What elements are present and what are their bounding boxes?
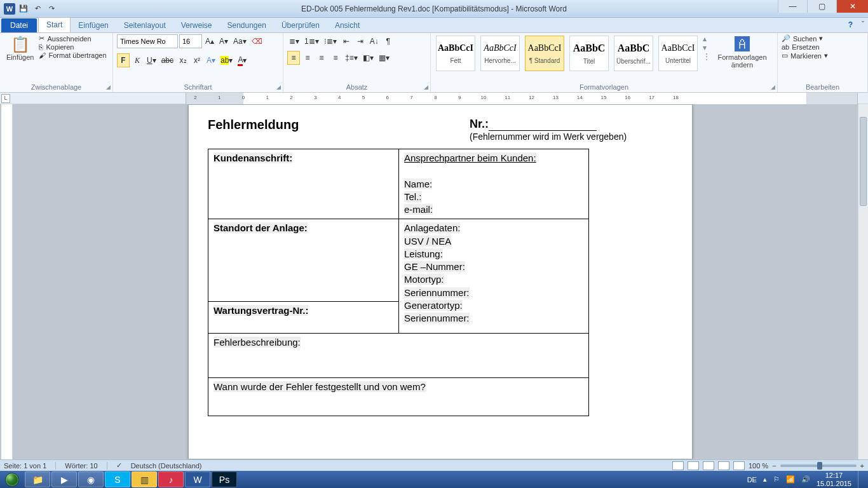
zoom-slider[interactable]	[780, 464, 857, 467]
find-button[interactable]: 🔎Suchen ▾	[782, 34, 828, 43]
italic-button[interactable]: K	[131, 53, 144, 67]
close-button[interactable]: ✕	[836, 0, 868, 13]
taskbar-skype[interactable]: S	[105, 471, 130, 487]
copy-button[interactable]: ⎘Kopieren	[39, 43, 106, 51]
view-web[interactable]	[703, 461, 714, 470]
tray-network-icon[interactable]: 📶	[786, 475, 795, 484]
taskbar-itunes[interactable]: ♪	[158, 471, 184, 487]
undo-icon[interactable]: ↶	[32, 3, 43, 15]
start-button[interactable]	[0, 471, 24, 488]
view-print-layout[interactable]	[672, 461, 684, 470]
bullets-button[interactable]: ≣▾	[287, 34, 301, 48]
clear-formatting-button[interactable]: ⌫	[250, 34, 264, 48]
zoom-in-button[interactable]: +	[860, 462, 864, 470]
zoom-out-button[interactable]: −	[772, 462, 776, 470]
shrink-font-button[interactable]: A▾	[217, 34, 230, 48]
tab-selector[interactable]: L	[1, 94, 10, 103]
taskbar-word[interactable]: W	[185, 471, 210, 487]
grow-font-button[interactable]: A▴	[203, 34, 216, 48]
line-spacing-button[interactable]: ‡≡▾	[343, 51, 360, 65]
subscript-button[interactable]: x₂	[177, 53, 189, 67]
vertical-scrollbar[interactable]	[858, 104, 868, 459]
style-titel[interactable]: AaBbCTitel	[569, 36, 609, 71]
show-desktop-button[interactable]	[858, 471, 863, 488]
zoom-slider-thumb[interactable]	[817, 462, 822, 470]
style-hervorhebung[interactable]: AaBbCcIHervorhe...	[480, 36, 520, 71]
tray-flag-icon[interactable]: ⚐	[773, 475, 780, 484]
style-untertitel[interactable]: AaBbCcIUntertitel	[658, 36, 698, 71]
minimize-button[interactable]: —	[778, 0, 807, 13]
scrollbar-thumb[interactable]	[860, 117, 867, 206]
font-color-button[interactable]: A▾	[236, 53, 248, 67]
text-effects-button[interactable]: A▾	[205, 53, 217, 67]
clipboard-launcher-icon[interactable]: ◢	[106, 84, 111, 90]
view-fullscreen[interactable]	[688, 461, 699, 470]
taskbar-photoshop[interactable]: Ps	[212, 471, 237, 487]
page-viewport[interactable]: Fehlermeldung Nr.: (Fehlernummer wird im…	[13, 104, 868, 459]
taskbar-media[interactable]: ▶	[51, 471, 77, 487]
status-words[interactable]: Wörter: 10	[65, 462, 97, 470]
align-center-button[interactable]: ≡	[301, 51, 314, 65]
status-language[interactable]: Deutsch (Deutschland)	[131, 462, 202, 470]
borders-button[interactable]: ▦▾	[377, 51, 391, 65]
maximize-button[interactable]: ▢	[807, 0, 836, 13]
style-fett[interactable]: AaBbCcIFett	[436, 36, 475, 71]
shading-button[interactable]: ◧▾	[361, 51, 376, 65]
save-icon[interactable]: 💾	[18, 3, 29, 15]
style-standard[interactable]: AaBbCcI¶ Standard	[525, 36, 564, 71]
taskbar-notes[interactable]: ▥	[132, 471, 157, 487]
taskbar-chrome[interactable]: ◉	[78, 471, 104, 487]
align-right-button[interactable]: ≡	[315, 51, 328, 65]
style-ueberschrift[interactable]: AaBbCÜberschrif...	[614, 36, 653, 71]
sort-button[interactable]: A↓	[368, 34, 381, 48]
strikethrough-button[interactable]: abc	[159, 53, 175, 67]
view-outline[interactable]	[718, 461, 729, 470]
styles-launcher-icon[interactable]: ◢	[771, 84, 775, 90]
tray-language[interactable]: DE	[747, 476, 757, 484]
horizontal-ruler[interactable]: 210123456789101112131415161718	[186, 93, 858, 104]
font-name-combo[interactable]	[117, 34, 178, 48]
change-styles-button[interactable]: 🅰 Formatvorlagen ändern	[714, 34, 770, 70]
align-left-button[interactable]: ≡	[287, 51, 300, 65]
view-draft[interactable]	[733, 461, 745, 470]
tab-start[interactable]: Start	[38, 17, 71, 32]
paragraph-launcher-icon[interactable]: ◢	[424, 84, 428, 90]
select-button[interactable]: ▭Markieren ▾	[782, 51, 828, 60]
justify-button[interactable]: ≡	[329, 51, 342, 65]
paste-button[interactable]: 📋 Einfügen	[4, 34, 36, 62]
format-painter-button[interactable]: 🖌Format übertragen	[39, 51, 106, 59]
taskbar-explorer[interactable]: 📁	[25, 471, 50, 487]
tray-chevron-icon[interactable]: ▴	[763, 475, 767, 484]
cut-button[interactable]: ✂Ausschneiden	[39, 34, 106, 43]
status-page[interactable]: Seite: 1 von 1	[4, 462, 46, 470]
replace-button[interactable]: abErsetzen	[782, 43, 828, 51]
tab-mailings[interactable]: Sendungen	[219, 18, 273, 32]
font-size-combo[interactable]	[179, 34, 202, 48]
bold-button[interactable]: F	[117, 53, 130, 67]
proofing-icon[interactable]: ✓	[116, 461, 122, 470]
multilevel-button[interactable]: ⁝≣▾	[322, 34, 339, 48]
tab-layout[interactable]: Seitenlayout	[116, 18, 173, 32]
underline-button[interactable]: U▾	[145, 53, 158, 67]
ribbon-minimize-icon[interactable]: ˇ	[862, 20, 864, 29]
tab-view[interactable]: Ansicht	[327, 18, 367, 32]
tray-clock[interactable]: 12:17 15.01.2015	[817, 471, 851, 487]
decrease-indent-button[interactable]: ⇤	[340, 34, 353, 48]
increase-indent-button[interactable]: ⇥	[354, 34, 367, 48]
vertical-ruler[interactable]	[1, 104, 13, 459]
tab-file[interactable]: Datei	[1, 18, 37, 32]
change-case-button[interactable]: Aa▾	[231, 34, 248, 48]
tray-volume-icon[interactable]: 🔊	[801, 475, 810, 484]
tab-references[interactable]: Verweise	[173, 18, 220, 32]
document-page[interactable]: Fehlermeldung Nr.: (Fehlernummer wird im…	[188, 104, 693, 459]
numbering-button[interactable]: 1≣▾	[302, 34, 321, 48]
tab-review[interactable]: Überprüfen	[274, 18, 327, 32]
zoom-level[interactable]: 100 %	[749, 462, 768, 470]
superscript-button[interactable]: x²	[191, 53, 203, 67]
styles-gallery-more[interactable]: ▴▾⋮	[702, 34, 712, 61]
font-launcher-icon[interactable]: ◢	[276, 84, 281, 90]
show-marks-button[interactable]: ¶	[382, 34, 395, 48]
redo-icon[interactable]: ↷	[46, 3, 57, 15]
tab-insert[interactable]: Einfügen	[71, 18, 116, 32]
highlight-button[interactable]: ab▾	[219, 53, 234, 67]
